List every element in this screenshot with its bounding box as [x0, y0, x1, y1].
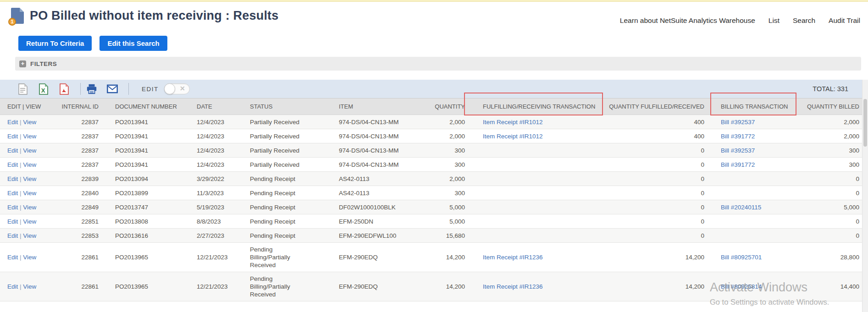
view-link[interactable]: View — [23, 161, 36, 168]
column-header-edit_view[interactable]: EDIT | VIEW — [0, 99, 60, 115]
date-cell: 12/21/2023 — [189, 243, 243, 272]
billing_transaction-link[interactable]: Bill #80925814 — [721, 283, 762, 290]
edit-view-cell: Edit | View — [0, 115, 60, 129]
column-header-item[interactable]: ITEM — [332, 99, 424, 115]
fulfilling_receiving_transaction-link[interactable]: Item Receipt #IR1012 — [483, 133, 543, 140]
item-cell: DF02W1000100BLK — [332, 200, 424, 214]
expand-filters-icon[interactable]: + — [19, 60, 26, 67]
date-cell: 2/27/2023 — [189, 229, 243, 243]
item-cell: AS42-0113 — [332, 186, 424, 200]
edit-toggle[interactable]: ✕ — [164, 83, 190, 94]
column-header-internal_id[interactable]: INTERNAL ID — [60, 99, 108, 115]
view-link[interactable]: View — [23, 232, 36, 239]
date-cell: 3/29/2022 — [189, 172, 243, 186]
quantity_billed-cell: 300 — [791, 143, 862, 158]
quantity_fulfilled_received-cell: 0 — [596, 172, 713, 186]
pdf-export-icon[interactable] — [59, 83, 70, 95]
document_number-cell: PO2013941 — [108, 129, 189, 143]
edit-view-separator: | — [18, 119, 23, 126]
fulfilling_receiving_transaction-link[interactable]: Item Receipt #IR1236 — [483, 254, 543, 261]
edit-link[interactable]: Edit — [7, 204, 18, 211]
results-toolbar: X EDIT ✕ TOTAL: 331 — [0, 80, 862, 98]
edit-link[interactable]: Edit — [7, 161, 18, 168]
view-link[interactable]: View — [23, 283, 36, 290]
edit-link[interactable]: Edit — [7, 254, 18, 261]
view-link[interactable]: View — [23, 218, 36, 225]
edit-view-separator: | — [18, 204, 23, 211]
fulfilling_receiving_transaction-link[interactable]: Item Receipt #IR1012 — [483, 119, 543, 126]
billing_transaction-link[interactable]: Bill #391772 — [721, 161, 755, 168]
view-link[interactable]: View — [23, 147, 36, 154]
page-title: PO Billed without item receiving : Resul… — [30, 9, 279, 23]
billing_transaction-cell — [713, 229, 791, 243]
document_number-cell: PO2013965 — [108, 243, 189, 272]
billing_transaction-cell — [713, 214, 791, 229]
document_number-cell: PO2013616 — [108, 229, 189, 243]
excel-export-icon[interactable]: X — [38, 83, 49, 95]
column-header-quantity_billed[interactable]: QUANTITY BILLED — [791, 99, 862, 115]
link-search[interactable]: Search — [793, 16, 815, 25]
quantity_fulfilled_received-cell: 14,200 — [596, 243, 713, 272]
column-header-date[interactable]: DATE — [189, 99, 243, 115]
fulfilling_receiving_transaction-link[interactable]: Item Receipt #IR1236 — [483, 283, 543, 290]
quantity-cell: 15,680 — [424, 229, 475, 243]
billing_transaction-link[interactable]: Bill #392537 — [721, 147, 755, 154]
edit-link[interactable]: Edit — [7, 283, 18, 290]
edit-link[interactable]: Edit — [7, 190, 18, 197]
fulfilling_receiving_transaction-cell: Item Receipt #IR1012 — [475, 129, 596, 143]
column-header-quantity_fulfilled_received[interactable]: QUANTITY FULFILLED/RECEIVED — [596, 99, 713, 115]
item-cell: AS42-0113 — [332, 172, 424, 186]
vertical-scrollbar[interactable] — [862, 80, 868, 312]
fulfilling_receiving_transaction-cell: Item Receipt #IR1236 — [475, 272, 596, 301]
billing_transaction-link[interactable]: Bill #20240115 — [721, 204, 761, 211]
quantity-cell: 14,200 — [424, 243, 475, 272]
quantity_fulfilled_received-cell: 400 — [596, 129, 713, 143]
action-buttons: Return To Criteria Edit this Search — [18, 36, 167, 51]
filters-bar[interactable]: + FILTERS — [15, 57, 861, 71]
billing_transaction-cell — [713, 186, 791, 200]
print-icon[interactable] — [86, 83, 97, 95]
date-cell: 12/4/2023 — [189, 143, 243, 158]
return-to-criteria-button[interactable]: Return To Criteria — [18, 36, 92, 51]
quantity_billed-cell: 0 — [791, 229, 862, 243]
scrollbar-thumb[interactable] — [863, 99, 867, 147]
quantity_billed-cell: 14,400 — [791, 272, 862, 301]
column-header-fulfilling_receiving_transaction[interactable]: FULFILLING/RECEIVING TRANSACTION — [475, 99, 596, 115]
link-learn-about-nsaw[interactable]: Learn about NetSuite Analytics Warehouse — [620, 16, 755, 25]
view-link[interactable]: View — [23, 133, 36, 140]
view-link[interactable]: View — [23, 190, 36, 197]
quantity_billed-cell: 28,800 — [791, 243, 862, 272]
column-header-status[interactable]: STATUS — [243, 99, 332, 115]
filters-label: FILTERS — [30, 60, 57, 67]
edit-link[interactable]: Edit — [7, 133, 18, 140]
table-row: Edit | View22851PO20138088/8/2023Pending… — [0, 214, 862, 229]
email-icon[interactable] — [107, 83, 118, 95]
quantity_fulfilled_received-cell: 0 — [596, 158, 713, 172]
edit-link[interactable]: Edit — [7, 232, 18, 239]
link-audit-trail[interactable]: Audit Trail — [829, 16, 860, 25]
billing_transaction-link[interactable]: Bill #391772 — [721, 133, 755, 140]
link-list[interactable]: List — [768, 16, 780, 25]
column-header-quantity[interactable]: QUANTITY — [424, 99, 475, 115]
view-link[interactable]: View — [23, 254, 36, 261]
edit-link[interactable]: Edit — [7, 175, 18, 182]
report-number-badge: 1 — [8, 18, 16, 26]
document_number-cell: PO2013808 — [108, 214, 189, 229]
edit-this-search-button[interactable]: Edit this Search — [100, 36, 167, 51]
edit-link[interactable]: Edit — [7, 147, 18, 154]
billing_transaction-link[interactable]: Bill #80925701 — [721, 254, 762, 261]
view-link[interactable]: View — [23, 204, 36, 211]
column-header-billing_transaction[interactable]: BILLING TRANSACTION — [713, 99, 791, 115]
fulfilling_receiving_transaction-cell — [475, 143, 596, 158]
edit-link[interactable]: Edit — [7, 119, 18, 126]
status-cell: Partially Received — [243, 115, 332, 129]
view-link[interactable]: View — [23, 119, 36, 126]
column-header-document_number[interactable]: DOCUMENT NUMBER — [108, 99, 189, 115]
view-link[interactable]: View — [23, 175, 36, 182]
edit-link[interactable]: Edit — [7, 218, 18, 225]
csv-export-icon[interactable] — [17, 83, 28, 95]
fulfilling_receiving_transaction-cell — [475, 200, 596, 214]
top-accent-strip — [0, 0, 868, 2]
page-header: 1 PO Billed without item receiving : Res… — [11, 8, 279, 24]
billing_transaction-link[interactable]: Bill #392537 — [721, 119, 755, 126]
